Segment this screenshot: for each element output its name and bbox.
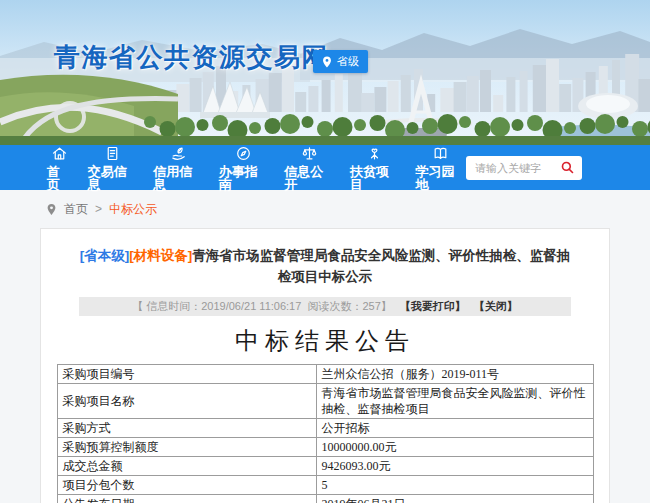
print-button[interactable]: 【我要打印】: [400, 299, 466, 314]
site-title: 青海省公共资源交易网: [54, 40, 329, 75]
announcement-card: [省本级][材料设备]青海省市场监督管理局食品安全风险监测、评价性抽检、监督抽检…: [40, 228, 610, 503]
row-value: 10000000.00元: [316, 438, 593, 457]
breadcrumb-separator: >: [95, 202, 102, 216]
table-row: 采购预算控制额度10000000.00元: [57, 438, 593, 457]
article-title-text: 青海省市场监督管理局食品安全风险监测、评价性抽检、监督抽检项目中标公示: [192, 248, 570, 284]
row-value: 9426093.00元: [316, 457, 593, 476]
document-heading: 中标结果公告: [41, 325, 609, 357]
location-pin-icon: [322, 56, 332, 68]
row-label: 公告发布日期: [57, 495, 316, 503]
nav-item-service-guide[interactable]: 办事指南: [218, 143, 270, 193]
nav-item-trade-info[interactable]: 交易信息: [87, 143, 139, 193]
row-label: 采购方式: [57, 419, 316, 438]
category-tag: [材料设备]: [129, 248, 192, 263]
row-label: 采购预算控制额度: [57, 438, 316, 457]
result-table: 采购项目编号兰州众信公招（服务）2019-011号采购项目名称青海省市场监督管理…: [57, 364, 594, 503]
breadcrumb-home-link[interactable]: 首页: [64, 201, 88, 218]
table-row: 公告发布日期2019年06月21日: [57, 495, 593, 503]
home-icon: [51, 145, 68, 162]
row-value: 兰州众信公招（服务）2019-011号: [316, 365, 593, 384]
nav-item-home[interactable]: 首页: [46, 143, 73, 193]
nav-item-credit-info[interactable]: 信用信息: [152, 143, 204, 193]
search-input[interactable]: [473, 161, 556, 175]
row-value: 5: [316, 476, 593, 495]
region-badge-label: 省级: [337, 54, 359, 69]
region-badge[interactable]: 省级: [313, 50, 368, 73]
table-row: 成交总金额9426093.00元: [57, 457, 593, 476]
site-header: 青海省公共资源交易网 省级: [0, 0, 650, 145]
nav-item-info-disclosure[interactable]: 信息公开: [283, 143, 335, 193]
article-title: [省本级][材料设备]青海省市场监督管理局食品安全风险监测、评价性抽检、监督抽检…: [79, 245, 571, 287]
table-row: 采购项目名称青海省市场监督管理局食品安全风险监测、评价性抽检、监督抽检项目: [57, 384, 593, 419]
person-heart-icon: [366, 145, 383, 162]
table-row: 项目分包个数5: [57, 476, 593, 495]
row-value: 公开招标: [316, 419, 593, 438]
compass-icon: [235, 145, 252, 162]
breadcrumb: 首页 > 中标公示: [0, 190, 650, 228]
location-pin-icon: [46, 203, 57, 216]
nav-item-label: 扶贫项目: [350, 165, 400, 191]
search-box: [466, 156, 582, 180]
meta-info-text: 【 信息时间：2019/06/21 11:06:17 阅读次数：257】: [132, 299, 392, 314]
document-icon: [104, 145, 121, 162]
breadcrumb-current: 中标公示: [109, 201, 157, 218]
scales-icon: [301, 145, 318, 162]
row-value: 青海省市场监督管理局食品安全风险监测、评价性抽检、监督抽检项目: [316, 384, 593, 419]
region-tag: [省本级]: [80, 248, 130, 263]
open-book-icon: [432, 145, 449, 162]
row-label: 成交总金额: [57, 457, 316, 476]
nav-item-label: 信用信息: [153, 165, 203, 191]
search-icon[interactable]: [560, 160, 575, 175]
row-label: 采购项目编号: [57, 365, 316, 384]
nav-items: 首页交易信息信用信息办事指南信息公开扶贫项目学习园地: [46, 143, 466, 193]
nav-item-label: 交易信息: [88, 165, 138, 191]
table-row: 采购方式公开招标: [57, 419, 593, 438]
article-meta-bar: 【 信息时间：2019/06/21 11:06:17 阅读次数：257】 【我要…: [79, 297, 571, 316]
row-label: 采购项目名称: [57, 384, 316, 419]
row-value: 2019年06月21日: [316, 495, 593, 503]
nav-item-study-garden[interactable]: 学习园地: [414, 143, 466, 193]
close-button[interactable]: 【关闭】: [474, 299, 518, 314]
nav-item-poverty-projects[interactable]: 扶贫项目: [349, 143, 401, 193]
nav-item-label: 信息公开: [284, 165, 334, 191]
hand-leaf-icon: [170, 145, 187, 162]
nav-item-label: 学习园地: [415, 165, 465, 191]
nav-item-label: 办事指南: [219, 165, 269, 191]
main-nav: 首页交易信息信用信息办事指南信息公开扶贫项目学习园地: [0, 145, 650, 190]
table-row: 采购项目编号兰州众信公招（服务）2019-011号: [57, 365, 593, 384]
nav-item-label: 首页: [47, 165, 72, 191]
row-label: 项目分包个数: [57, 476, 316, 495]
